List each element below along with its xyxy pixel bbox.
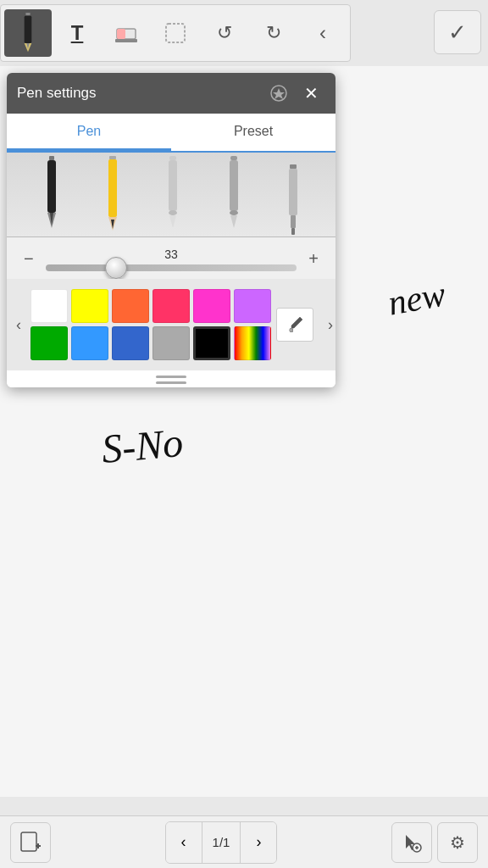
slider-thumb[interactable] [105, 257, 127, 279]
color-rainbow[interactable] [234, 326, 271, 360]
size-increase-button[interactable]: + [305, 246, 322, 272]
drag-line-1 [156, 376, 186, 378]
color-lavender[interactable] [234, 289, 271, 323]
close-icon: ✕ [304, 83, 319, 103]
svg-rect-31 [21, 832, 36, 851]
text-tool-button[interactable]: T [53, 9, 101, 57]
add-page-button[interactable] [10, 822, 51, 863]
svg-marker-24 [230, 215, 237, 228]
svg-rect-1 [25, 15, 32, 43]
drag-lines [156, 376, 186, 384]
size-slider[interactable] [46, 264, 297, 271]
svg-point-30 [290, 329, 293, 332]
pointer-icon [401, 832, 423, 854]
size-value: 33 [164, 248, 178, 261]
color-black[interactable] [193, 326, 230, 360]
shape-icon [163, 20, 188, 46]
settings-button[interactable]: ⚙ [437, 822, 478, 863]
dark-brush [225, 156, 242, 236]
svg-rect-28 [291, 228, 295, 235]
page-indicator: 1/1 [202, 822, 241, 863]
handwriting-new: new [385, 273, 449, 323]
close-button[interactable]: ✕ [297, 79, 325, 108]
color-gray[interactable] [152, 326, 190, 360]
back-button[interactable]: ‹ [299, 9, 347, 57]
color-white[interactable] [30, 289, 68, 323]
page-nav: ‹ 1/1 › [165, 821, 278, 864]
palette-next-button[interactable]: › [319, 287, 336, 363]
size-decrease-button[interactable]: − [20, 246, 37, 272]
text-icon: T [71, 21, 84, 45]
color-blue[interactable] [112, 326, 149, 360]
prev-page-button[interactable]: ‹ [166, 822, 202, 863]
panel-tabs: Pen Preset [7, 114, 336, 153]
settings-icon: ⚙ [450, 832, 465, 853]
redo-icon: ↻ [266, 22, 281, 44]
svg-rect-17 [169, 156, 176, 160]
top-toolbar: T ↺ ↻ ‹ ✓ [0, 0, 488, 66]
color-orange[interactable] [112, 289, 149, 323]
svg-rect-18 [169, 160, 177, 211]
pen-icon [14, 13, 42, 53]
color-palette-section: ‹ [7, 279, 336, 370]
color-sky-blue[interactable] [71, 326, 108, 360]
svg-marker-20 [169, 215, 176, 228]
palette-nav: ‹ [7, 286, 336, 364]
tab-pen[interactable]: Pen [7, 114, 171, 151]
handwriting-snote: S-No [100, 419, 185, 472]
color-yellow[interactable] [71, 289, 108, 323]
svg-rect-0 [25, 13, 30, 15]
checkmark-icon: ✓ [448, 19, 467, 46]
bottom-left [10, 822, 51, 863]
svg-rect-13 [109, 156, 116, 159]
svg-rect-14 [108, 159, 117, 217]
pen-settings-panel: Pen settings ✕ Pen Preset [7, 73, 336, 387]
drag-line-2 [156, 381, 186, 384]
silver-marker [286, 164, 300, 236]
svg-rect-26 [289, 169, 297, 215]
eraser-icon [114, 20, 139, 46]
eyedropper-button[interactable] [276, 308, 313, 342]
fountain-pen [42, 156, 61, 236]
pen-tool-button[interactable] [4, 9, 52, 57]
brush-marker [164, 156, 181, 236]
svg-rect-10 [47, 160, 56, 213]
color-green[interactable] [30, 326, 68, 360]
pen-preview [7, 153, 336, 237]
color-hot-pink[interactable] [193, 289, 230, 323]
redo-button[interactable]: ↻ [250, 9, 297, 57]
color-red-pink[interactable] [152, 289, 190, 323]
svg-point-23 [230, 210, 238, 215]
pin-icon [269, 84, 288, 103]
undo-button[interactable]: ↺ [201, 9, 248, 57]
bottom-toolbar: ‹ 1/1 › ⚙ [0, 815, 488, 868]
next-page-button[interactable]: › [241, 822, 276, 863]
bottom-right: ⚙ [391, 822, 478, 863]
size-section: − 33 + [7, 237, 336, 279]
color-grid [30, 286, 271, 364]
bottom-center: ‹ 1/1 › [165, 821, 278, 864]
svg-rect-5 [117, 29, 125, 39]
svg-rect-21 [230, 156, 237, 160]
toolbar-left: T ↺ ↻ ‹ [0, 4, 351, 62]
drag-handle[interactable] [7, 370, 336, 387]
back-icon: ‹ [319, 21, 326, 45]
confirm-button[interactable]: ✓ [434, 10, 481, 54]
eraser-tool-button[interactable] [103, 9, 150, 57]
svg-rect-7 [166, 24, 185, 42]
shape-tool-button[interactable] [152, 9, 199, 57]
svg-rect-6 [115, 39, 137, 42]
svg-rect-9 [49, 156, 54, 160]
yellow-pencil [105, 156, 120, 236]
svg-rect-22 [230, 160, 238, 211]
pin-icon-button[interactable] [264, 79, 293, 108]
svg-rect-27 [291, 215, 296, 228]
add-page-icon [19, 831, 42, 854]
tab-preset[interactable]: Preset [171, 114, 336, 151]
palette-prev-button[interactable]: ‹ [7, 287, 30, 363]
panel-title: Pen settings [17, 85, 264, 102]
panel-header: Pen settings ✕ [7, 73, 336, 114]
eyedropper-icon [286, 315, 304, 334]
undo-icon: ↺ [217, 22, 232, 44]
pointer-settings-button[interactable] [391, 822, 432, 863]
